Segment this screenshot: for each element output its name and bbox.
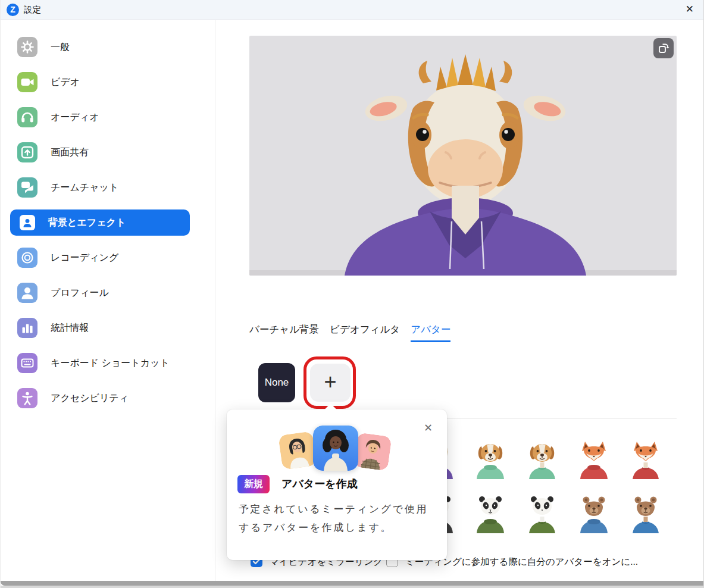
keyboard-icon xyxy=(17,353,37,373)
person-curly-hair-avatar xyxy=(313,426,358,471)
sidebar-item-label: ビデオ xyxy=(51,76,80,89)
sidebar-item-label: プロフィール xyxy=(51,287,109,299)
statistics-icon xyxy=(17,318,37,338)
sidebar-item-recording[interactable]: レコーディング xyxy=(10,245,190,271)
sidebar-item-profile[interactable]: プロフィール xyxy=(10,280,190,306)
profile-icon xyxy=(17,283,37,303)
panda-green-tshirt-avatar[interactable] xyxy=(523,494,561,533)
sidebar-item-keyboard-shortcuts[interactable]: キーボード ショートカット xyxy=(10,350,190,376)
fox-red-tshirt-avatar[interactable] xyxy=(627,440,665,479)
zoom-logo-icon: Z xyxy=(7,4,19,16)
sidebar-item-statistics[interactable]: キーボード ショートカット 統計情報 xyxy=(10,315,190,341)
bear-blue-hoodie-avatar[interactable] xyxy=(575,494,613,533)
sidebar-item-label: 一般 xyxy=(51,41,70,54)
sidebar-item-label: 背景とエフェクト xyxy=(48,217,126,229)
window-bottom-border xyxy=(1,581,703,586)
popup-title: アバターを作成 xyxy=(281,477,358,491)
sidebar-item-team-chat[interactable]: チームチャット xyxy=(10,174,190,201)
sidebar-item-label: キーボード ショートカット xyxy=(51,357,170,370)
bear-blue-tshirt-avatar[interactable] xyxy=(627,494,665,533)
video-camera-icon xyxy=(17,72,37,92)
avatar-preview xyxy=(249,36,677,276)
sidebar-item-accessibility[interactable]: アクセシビリティ xyxy=(10,385,190,411)
sidebar-item-general[interactable]: 一般 xyxy=(10,34,190,60)
create-avatar-popup: ✕ 新規 アバターを作成 予定されているミーティングで使用するアバターを作成しま… xyxy=(227,409,447,560)
titlebar: Z 設定 ✕ xyxy=(1,0,703,20)
window-close-button[interactable]: ✕ xyxy=(686,3,694,16)
background-effects-icon xyxy=(20,215,35,230)
zoom-settings-window: Z 設定 ✕ 一般 ビデオ オーディオ 画面共有 チームチャット 背景とエフェク… xyxy=(0,0,704,588)
fox-red-hoodie-avatar[interactable] xyxy=(575,440,613,479)
rotate-icon xyxy=(658,42,669,54)
sidebar-item-label: チームチャット xyxy=(51,182,118,194)
content-area: バーチャル背景 ビデオフィルタ アバター None + xyxy=(215,20,703,581)
sidebar-item-screen-share[interactable]: 画面共有 xyxy=(10,139,190,165)
sidebar-item-label: レコーディング xyxy=(51,252,118,264)
cow-avatar-preview-image xyxy=(249,36,677,276)
sidebar-item-label: アクセシビリティ xyxy=(51,392,129,405)
sidebar-item-audio[interactable]: オーディオ xyxy=(10,104,190,130)
sidebar-item-label: 画面共有 xyxy=(51,146,89,159)
avatar-none-button[interactable]: None xyxy=(258,363,295,402)
window-bottom-shadow xyxy=(1,586,703,588)
gear-icon xyxy=(17,37,37,57)
new-badge: 新規 xyxy=(237,475,270,493)
popup-arrow xyxy=(324,404,337,416)
person-glasses-avatar xyxy=(278,431,317,470)
add-avatar-button[interactable]: + xyxy=(310,364,351,402)
person-plaid-shirt-avatar xyxy=(353,432,392,471)
accessibility-icon xyxy=(17,388,37,408)
headphones-icon xyxy=(17,107,37,127)
sidebar-item-video[interactable]: ビデオ xyxy=(10,69,190,95)
popup-close-button[interactable]: ✕ xyxy=(424,421,433,434)
window-title: 設定 xyxy=(24,4,41,15)
zoom-logo-letter: Z xyxy=(10,5,15,14)
sidebar-item-label: 統計情報 xyxy=(51,322,89,334)
tab-avatar[interactable]: アバター xyxy=(411,323,450,342)
effects-tabs: バーチャル背景 ビデオフィルタ アバター xyxy=(249,323,450,342)
tab-virtual-background[interactable]: バーチャル背景 xyxy=(249,323,319,342)
dog-teal-hoodie-avatar[interactable] xyxy=(471,440,509,479)
screen-share-icon xyxy=(17,142,37,162)
panda-green-hoodie-avatar[interactable] xyxy=(471,494,509,533)
dog-teal-tshirt-avatar[interactable] xyxy=(523,440,561,479)
sidebar-item-background-effects[interactable]: 背景とエフェクト xyxy=(10,209,190,236)
sidebar-item-label: オーディオ xyxy=(51,111,99,124)
sidebar: 一般 ビデオ オーディオ 画面共有 チームチャット 背景とエフェクト レコーディ… xyxy=(1,20,215,581)
recording-icon xyxy=(17,248,37,268)
none-button-label: None xyxy=(265,377,289,389)
plus-icon: + xyxy=(324,371,336,393)
popup-description: 予定されているミーティングで使用するアバターを作成します。 xyxy=(239,500,435,537)
team-chat-icon xyxy=(17,177,37,198)
rotate-avatar-button[interactable] xyxy=(653,38,674,58)
tab-video-filter[interactable]: ビデオフィルタ xyxy=(330,323,400,342)
